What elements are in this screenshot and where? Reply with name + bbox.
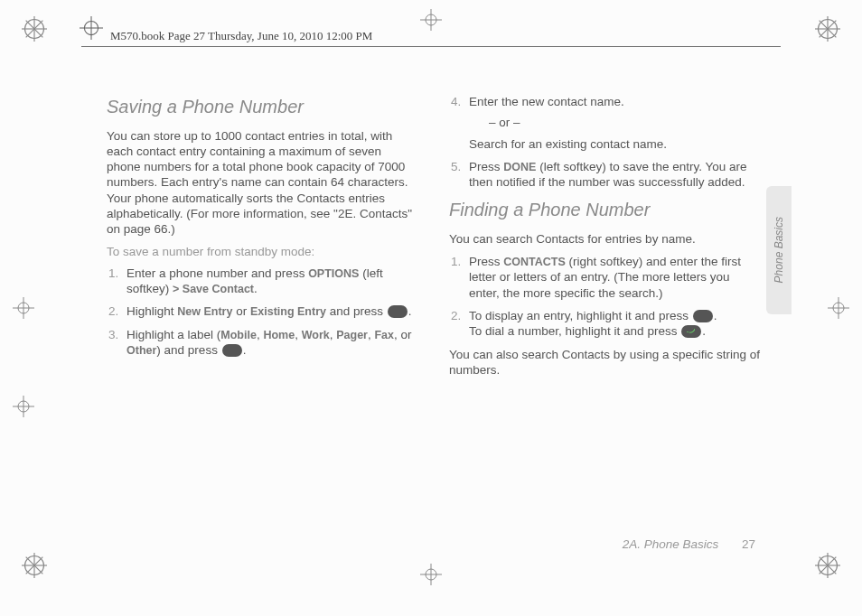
- label-fax: Fax: [374, 329, 394, 341]
- ok-key-icon: [693, 310, 713, 322]
- step-4-or: – or –: [469, 115, 761, 130]
- page-footer: 2A. Phone Basics 27: [623, 537, 755, 551]
- registration-mark-tl: [22, 16, 47, 42]
- heading-saving: Saving a Phone Number: [107, 96, 418, 119]
- crosshair-right: [828, 297, 849, 319]
- step-3: Highlight a label (Mobile, Home, Work, P…: [107, 327, 418, 359]
- footer-page-number: 27: [742, 537, 755, 551]
- contacts-softkey: CONTACTS: [503, 256, 566, 268]
- label-work: Work: [302, 329, 330, 341]
- crosshair-left: [13, 297, 34, 319]
- section-tab-label: Phone Basics: [773, 217, 785, 283]
- step-4: Enter the new contact name. – or – Searc…: [449, 94, 761, 152]
- step-1: Enter a phone number and press OPTIONS (…: [107, 266, 418, 297]
- step-3-b: ) and press: [156, 343, 220, 357]
- step-2-b: and press: [326, 304, 387, 318]
- intro-finding: You can search Contacts for entries by n…: [449, 231, 761, 247]
- label-other: Other: [126, 344, 156, 357]
- step-5: Press DONE (left softkey) to save the en…: [449, 159, 761, 191]
- ok-key-icon: [222, 344, 242, 357]
- step-3-a: Highlight a label (: [126, 328, 220, 341]
- label-home: Home: [263, 329, 295, 341]
- call-key-icon: [681, 325, 701, 338]
- step-4-text: Enter the new contact name.: [469, 95, 624, 108]
- label-pager: Pager: [336, 329, 368, 341]
- c2: ,: [295, 328, 302, 341]
- registration-mark-br: [815, 553, 840, 578]
- outro-finding: You can also search Contacts by using a …: [449, 347, 761, 378]
- options-softkey: OPTIONS: [308, 267, 359, 280]
- registration-mark-bl: [22, 553, 47, 578]
- step-2-or: or: [232, 304, 250, 318]
- subhead-save: To save a number from standby mode:: [107, 244, 418, 259]
- p5: .: [702, 324, 706, 338]
- intro-saving: You can store up to 1000 contact entries…: [107, 128, 418, 238]
- find-step-1: Press CONTACTS (right softkey) and enter…: [449, 254, 761, 301]
- save-contact-label: Save Contact: [179, 283, 254, 295]
- step-2: Highlight New Entry or Existing Entry an…: [107, 303, 418, 319]
- page-content: Saving a Phone Number You can store up t…: [107, 94, 761, 526]
- p4: .: [714, 309, 717, 322]
- step-5-a: Press: [469, 160, 503, 173]
- crosshair-left-2: [13, 396, 34, 417]
- section-tab: Phone Basics: [766, 186, 792, 314]
- heading-finding: Finding a Phone Number: [449, 199, 761, 222]
- step-2-a: Highlight: [126, 304, 177, 318]
- steps-find: Press CONTACTS (right softkey) and enter…: [449, 254, 761, 339]
- find-step-2: To display an entry, highlight it and pr…: [449, 308, 761, 340]
- step-1-text-a: Enter a phone number and press: [126, 266, 308, 280]
- registration-mark-tr: [815, 16, 840, 42]
- header-crosshair-icon: [80, 16, 103, 40]
- new-entry-label: New Entry: [177, 305, 232, 318]
- step-4-alt: Search for an existing contact name.: [469, 136, 761, 152]
- done-softkey: DONE: [503, 161, 536, 173]
- existing-entry-label: Existing Entry: [250, 305, 326, 318]
- f2a: To display an entry, highlight it and pr…: [469, 309, 692, 322]
- f2b: To dial a number, highlight it and press: [469, 324, 680, 338]
- f1a: Press: [469, 255, 503, 268]
- label-mobile: Mobile: [220, 329, 257, 341]
- footer-section: 2A. Phone Basics: [623, 537, 719, 551]
- p3: .: [243, 343, 247, 357]
- p1: .: [254, 282, 258, 295]
- ok-key-icon: [388, 305, 408, 318]
- header-stamp: M570.book Page 27 Thursday, June 10, 201…: [110, 29, 372, 43]
- p2: .: [408, 304, 412, 318]
- c5: , or: [394, 328, 412, 341]
- crosshair-bottom: [420, 564, 442, 585]
